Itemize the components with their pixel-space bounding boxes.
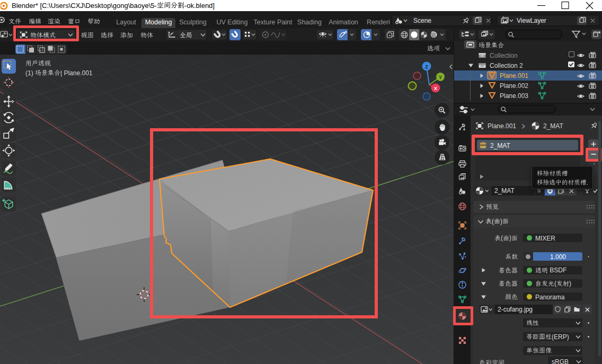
svg-text:Y: Y <box>439 75 442 80</box>
svg-text:Z: Z <box>425 64 428 69</box>
svg-text:X: X <box>434 86 437 91</box>
